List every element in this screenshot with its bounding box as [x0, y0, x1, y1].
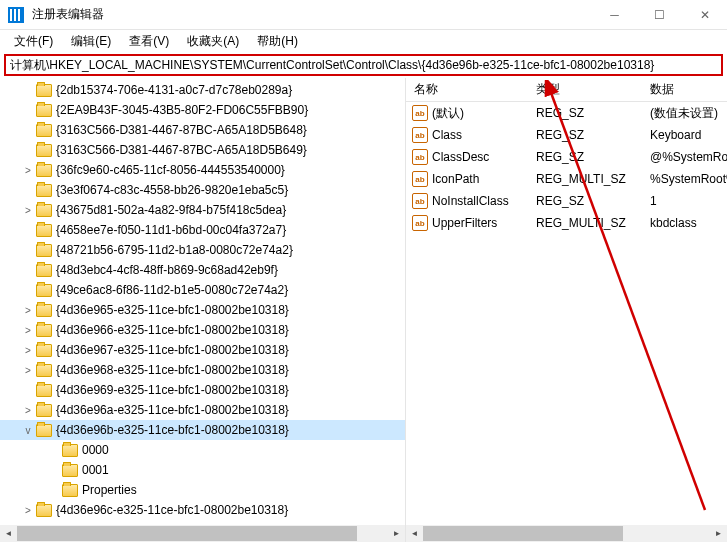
folder-icon [36, 224, 52, 237]
window-title: 注册表编辑器 [32, 6, 592, 23]
tree-label: {48721b56-6795-11d2-b1a8-0080c72e74a2} [56, 243, 293, 257]
expander-icon[interactable]: > [22, 165, 34, 176]
tree-label: {4d36e96a-e325-11ce-bfc1-08002be10318} [56, 403, 289, 417]
address-bar[interactable]: 计算机\HKEY_LOCAL_MACHINE\SYSTEM\CurrentCon… [4, 54, 723, 76]
value-row[interactable]: abUpperFiltersREG_MULTI_SZkbdclass [406, 212, 727, 234]
value-row[interactable]: abClassREG_SZKeyboard [406, 124, 727, 146]
value-row[interactable]: ab(默认)REG_SZ(数值未设置) [406, 102, 727, 124]
tree-item[interactable]: {48d3ebc4-4cf8-48ff-b869-9c68ad42eb9f} [0, 260, 405, 280]
menu-help[interactable]: 帮助(H) [249, 31, 306, 52]
scroll-left-icon[interactable]: ◄ [0, 525, 17, 542]
tree-item[interactable]: >{4d36e968-e325-11ce-bfc1-08002be10318} [0, 360, 405, 380]
column-data[interactable]: 数据 [650, 81, 727, 98]
expander-icon[interactable]: v [22, 425, 34, 436]
value-data: kbdclass [650, 216, 727, 230]
folder-icon [36, 404, 52, 417]
horizontal-scrollbars: ◄ ► ◄ ► [0, 525, 727, 542]
tree-label: {4658ee7e-f050-11d1-b6bd-00c04fa372a7} [56, 223, 286, 237]
expander-icon[interactable]: > [22, 365, 34, 376]
expander-icon[interactable]: > [22, 325, 34, 336]
tree-label: {49ce6ac8-6f86-11d2-b1e5-0080c72e74a2} [56, 283, 288, 297]
value-name: NoInstallClass [432, 194, 509, 208]
column-type[interactable]: 类型 [536, 81, 650, 98]
tree-item[interactable]: >{36fc9e60-c465-11cf-8056-444553540000} [0, 160, 405, 180]
value-row[interactable]: abNoInstallClassREG_SZ1 [406, 190, 727, 212]
close-button[interactable]: ✕ [682, 0, 727, 30]
menu-file[interactable]: 文件(F) [6, 31, 61, 52]
value-type: REG_MULTI_SZ [536, 172, 650, 186]
folder-icon [36, 364, 52, 377]
value-data: 1 [650, 194, 727, 208]
folder-icon [62, 464, 78, 477]
tree-item[interactable]: >{4d36e966-e325-11ce-bfc1-08002be10318} [0, 320, 405, 340]
value-data: (数值未设置) [650, 105, 727, 122]
expander-icon[interactable]: > [22, 405, 34, 416]
tree-item[interactable]: {49ce6ac8-6f86-11d2-b1e5-0080c72e74a2} [0, 280, 405, 300]
tree-label: {2EA9B43F-3045-43B5-80F2-FD06C55FBB90} [56, 103, 308, 117]
minimize-button[interactable]: ─ [592, 0, 637, 30]
tree-label: {4d36e965-e325-11ce-bfc1-08002be10318} [56, 303, 289, 317]
titlebar: 注册表编辑器 ─ ☐ ✕ [0, 0, 727, 30]
scroll-right-icon[interactable]: ► [388, 525, 405, 542]
folder-icon [36, 424, 52, 437]
tree-label: {3163C566-D381-4467-87BC-A65A18D5B649} [56, 143, 307, 157]
expander-icon[interactable]: > [22, 205, 34, 216]
string-value-icon: ab [412, 171, 428, 187]
folder-icon [36, 124, 52, 137]
maximize-button[interactable]: ☐ [637, 0, 682, 30]
menu-edit[interactable]: 编辑(E) [63, 31, 119, 52]
tree-item[interactable]: {4d36e969-e325-11ce-bfc1-08002be10318} [0, 380, 405, 400]
tree-item[interactable]: {2EA9B43F-3045-43B5-80F2-FD06C55FBB90} [0, 100, 405, 120]
tree-item[interactable]: >{43675d81-502a-4a82-9f84-b75f418c5dea} [0, 200, 405, 220]
menubar: 文件(F) 编辑(E) 查看(V) 收藏夹(A) 帮助(H) [0, 30, 727, 52]
tree-scrollbar[interactable]: ◄ ► [0, 525, 406, 542]
expander-icon[interactable]: > [22, 345, 34, 356]
tree-item[interactable]: >{4d36e967-e325-11ce-bfc1-08002be10318} [0, 340, 405, 360]
scrollbar-thumb[interactable] [17, 526, 357, 541]
scroll-left-icon[interactable]: ◄ [406, 525, 423, 542]
folder-icon [36, 184, 52, 197]
tree-label: {36fc9e60-c465-11cf-8056-444553540000} [56, 163, 285, 177]
folder-icon [36, 204, 52, 217]
values-pane[interactable]: 名称 类型 数据 ab(默认)REG_SZ(数值未设置)abClassREG_S… [406, 78, 727, 542]
tree-label: {43675d81-502a-4a82-9f84-b75f418c5dea} [56, 203, 286, 217]
tree-item[interactable]: {3163C566-D381-4467-87BC-A65A18D5B649} [0, 140, 405, 160]
scroll-right-icon[interactable]: ► [710, 525, 727, 542]
tree-pane[interactable]: {2db15374-706e-4131-a0c7-d7c78eb0289a} {… [0, 78, 406, 542]
tree-item[interactable]: 0001 [0, 460, 405, 480]
value-type: REG_SZ [536, 194, 650, 208]
values-scrollbar[interactable]: ◄ ► [406, 525, 727, 542]
expander-icon[interactable]: > [22, 505, 34, 516]
column-name[interactable]: 名称 [406, 81, 536, 98]
tree-label: 0001 [82, 463, 109, 477]
tree-label: 0000 [82, 443, 109, 457]
window-controls: ─ ☐ ✕ [592, 0, 727, 30]
value-name: (默认) [432, 105, 464, 122]
folder-icon [36, 284, 52, 297]
folder-icon [36, 84, 52, 97]
folder-icon [62, 484, 78, 497]
tree-item[interactable]: {4658ee7e-f050-11d1-b6bd-00c04fa372a7} [0, 220, 405, 240]
menu-favorites[interactable]: 收藏夹(A) [179, 31, 247, 52]
tree-label: {3163C566-D381-4467-87BC-A65A18D5B648} [56, 123, 307, 137]
folder-icon [36, 384, 52, 397]
tree-item[interactable]: {48721b56-6795-11d2-b1a8-0080c72e74a2} [0, 240, 405, 260]
tree-item[interactable]: 0000 [0, 440, 405, 460]
tree-item[interactable]: {2db15374-706e-4131-a0c7-d7c78eb0289a} [0, 80, 405, 100]
tree-item[interactable]: Properties [0, 480, 405, 500]
value-row[interactable]: abIconPathREG_MULTI_SZ%SystemRoot%\Sys [406, 168, 727, 190]
tree-item[interactable]: >{4d36e965-e325-11ce-bfc1-08002be10318} [0, 300, 405, 320]
value-row[interactable]: abClassDescREG_SZ@%SystemRoot%\S [406, 146, 727, 168]
tree-item[interactable]: {3e3f0674-c83c-4558-bb26-9820e1eba5c5} [0, 180, 405, 200]
tree-item[interactable]: {3163C566-D381-4467-87BC-A65A18D5B648} [0, 120, 405, 140]
tree-item[interactable]: v{4d36e96b-e325-11ce-bfc1-08002be10318} [0, 420, 405, 440]
tree-item[interactable]: >{4d36e96c-e325-11ce-bfc1-08002be10318} [0, 500, 405, 520]
string-value-icon: ab [412, 149, 428, 165]
menu-view[interactable]: 查看(V) [121, 31, 177, 52]
value-data: @%SystemRoot%\S [650, 150, 727, 164]
scrollbar-thumb[interactable] [423, 526, 623, 541]
tree-label: {4d36e96b-e325-11ce-bfc1-08002be10318} [56, 423, 289, 437]
expander-icon[interactable]: > [22, 305, 34, 316]
value-name: ClassDesc [432, 150, 489, 164]
tree-item[interactable]: >{4d36e96a-e325-11ce-bfc1-08002be10318} [0, 400, 405, 420]
